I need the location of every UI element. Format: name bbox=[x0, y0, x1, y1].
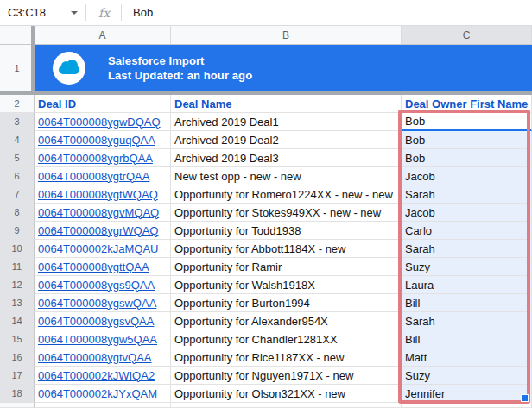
cell-deal-id[interactable]: 0064T000008ygwDQAQ bbox=[35, 113, 171, 131]
header-cell-deal-id[interactable]: Deal ID bbox=[35, 95, 171, 113]
cell-deal-id[interactable]: 0064T000008ygs9QAA bbox=[35, 276, 171, 294]
row-header-15[interactable]: 15 bbox=[0, 330, 35, 348]
cell-deal-id[interactable]: 0064T000008ygvMQAQ bbox=[35, 204, 171, 222]
cell-deal-id[interactable]: 0064T000008ygtrQAA bbox=[35, 167, 171, 185]
row-header-7[interactable]: 7 bbox=[0, 185, 35, 204]
column-header-b[interactable]: B bbox=[171, 26, 402, 45]
deal-id-link[interactable]: 0064T000008ygrbQAA bbox=[38, 152, 153, 165]
cell-deal-owner[interactable]: Carlo bbox=[402, 222, 532, 240]
name-box[interactable]: C3:C18 bbox=[0, 0, 86, 25]
cell-deal-id[interactable]: 0064T000002kJYxQAM bbox=[35, 385, 171, 403]
cell-deal-owner[interactable]: Sarah bbox=[402, 240, 532, 258]
cell-deal-id[interactable]: 0064T000008yguqQAA bbox=[35, 131, 171, 149]
cell-deal-name[interactable]: Opportunity for Nguyen1971X - new bbox=[171, 367, 402, 385]
cell-deal-name[interactable]: Archived 2019 Deal3 bbox=[171, 149, 402, 167]
cell-deal-owner[interactable]: Jennifer bbox=[402, 385, 532, 403]
deal-id-link[interactable]: 0064T000008ygtrQAA bbox=[38, 170, 149, 183]
row-header-6[interactable]: 6 bbox=[0, 167, 35, 185]
row-header-1[interactable]: 1 bbox=[0, 45, 35, 91]
cell-deal-owner[interactable]: Bob bbox=[402, 149, 532, 167]
deal-id-link[interactable]: 0064T000002kJYxQAM bbox=[38, 387, 157, 400]
cell-deal-name[interactable]: Opportunity for Romero1224XX - new - new bbox=[171, 185, 402, 204]
header-cell-deal-owner[interactable]: Deal Owner First Name bbox=[402, 95, 532, 113]
deal-id-link[interactable]: 0064T000008ygw5QAA bbox=[38, 333, 157, 346]
cell-deal-owner[interactable]: Bob bbox=[402, 113, 532, 131]
row-1: 1 Salesforce Import Last Updated: an hou… bbox=[0, 45, 532, 91]
cell-deal-id[interactable]: 0064T000002kJaMQAU bbox=[35, 240, 171, 258]
deal-id-link[interactable]: 0064T000008ygtvQAA bbox=[38, 351, 152, 364]
header-cell-deal-name[interactable]: Deal Name bbox=[171, 95, 402, 113]
row-header-14[interactable]: 14 bbox=[0, 312, 35, 330]
cell-deal-owner[interactable]: Bob bbox=[402, 131, 532, 149]
cell-deal-name[interactable]: Archived 2019 Deal1 bbox=[171, 113, 402, 131]
deal-id-link[interactable]: 0064T000008ygwDQAQ bbox=[38, 116, 161, 129]
column-header-a[interactable]: A bbox=[35, 26, 171, 45]
deal-id-link[interactable]: 0064T000008yguqQAA bbox=[38, 134, 155, 147]
cell-deal-owner[interactable]: Bill bbox=[402, 330, 532, 348]
row-header-16[interactable]: 16 bbox=[0, 348, 35, 367]
row-header-12[interactable]: 12 bbox=[0, 276, 35, 294]
cell-deal-id[interactable]: 0064T000008ygrWQAQ bbox=[35, 222, 171, 240]
cell-deal-name[interactable]: Opportunity for Walsh1918X bbox=[171, 276, 402, 294]
fill-handle[interactable] bbox=[521, 394, 529, 402]
cell-deal-name[interactable]: Opportunity for Abbott1184X - new bbox=[171, 240, 402, 258]
deal-id-link[interactable]: 0064T000008ygrWQAQ bbox=[38, 224, 158, 237]
cell-deal-owner[interactable]: Bill bbox=[402, 294, 532, 312]
cell-deal-owner[interactable]: Suzy bbox=[402, 258, 532, 276]
cell-deal-id[interactable]: 0064T000008ygrbQAA bbox=[35, 149, 171, 167]
cell-deal-id[interactable]: 0064T000008ygw5QAA bbox=[35, 330, 171, 348]
cell-deal-id[interactable]: 0064T000002kJWIQA2 bbox=[35, 367, 171, 385]
table-row: 160064T000008ygtvQAAOpportunity for Rice… bbox=[0, 348, 532, 367]
cell-deal-name[interactable]: New test opp - new - new bbox=[171, 167, 402, 185]
row-header-10[interactable]: 10 bbox=[0, 240, 35, 258]
cell-deal-name[interactable]: Opportunity for Chandler1281XX bbox=[171, 330, 402, 348]
cell-deal-name[interactable]: Opportunity for Olson321XX - new bbox=[171, 385, 402, 403]
row-header-13[interactable]: 13 bbox=[0, 294, 35, 312]
row-header-3[interactable]: 3 bbox=[0, 113, 35, 131]
formula-input[interactable]: Bob bbox=[133, 6, 153, 19]
row-header-8[interactable]: 8 bbox=[0, 204, 35, 222]
deal-id-link[interactable]: 0064T000008ygsvQAA bbox=[38, 315, 154, 328]
cell-deal-name[interactable]: Opportunity for Ramir bbox=[171, 258, 402, 276]
formula-bar: C3:C18 fx Bob bbox=[0, 0, 532, 26]
cell-deal-name[interactable]: Opportunity for Burton1994 bbox=[171, 294, 402, 312]
cell-deal-owner[interactable]: Suzy bbox=[402, 367, 532, 385]
freeze-column-divider[interactable] bbox=[31, 26, 35, 91]
row-header-11[interactable]: 11 bbox=[0, 258, 35, 276]
salesforce-banner-cell[interactable]: Salesforce Import Last Updated: an hour … bbox=[35, 45, 532, 91]
deal-id-link[interactable]: 0064T000002kJWIQA2 bbox=[38, 369, 155, 382]
divider bbox=[121, 4, 122, 21]
deal-id-link[interactable]: 0064T000008ygswQAA bbox=[38, 297, 156, 310]
row-header-9[interactable]: 9 bbox=[0, 222, 35, 240]
deal-id-link[interactable]: 0064T000002kJaMQAU bbox=[38, 242, 158, 255]
cell-deal-owner[interactable]: Matt bbox=[402, 348, 532, 367]
cell-deal-name[interactable]: Opportunity for Todd1938 bbox=[171, 222, 402, 240]
deal-id-link[interactable]: 0064T000008ygvMQAQ bbox=[38, 206, 159, 219]
cell-deal-id[interactable]: 0064T000008ygsvQAA bbox=[35, 312, 171, 330]
deal-id-link[interactable]: 0064T000008ygttQAA bbox=[38, 260, 149, 273]
cell-deal-owner[interactable]: Sarah bbox=[402, 312, 532, 330]
row-header-4[interactable]: 4 bbox=[0, 131, 35, 149]
select-all-corner[interactable] bbox=[0, 26, 35, 45]
row-header-19[interactable] bbox=[0, 403, 35, 408]
column-header-c[interactable]: C bbox=[402, 26, 532, 45]
row-header-2[interactable]: 2 bbox=[0, 95, 35, 113]
cell-deal-name[interactable]: Archived 2019 Deal2 bbox=[171, 131, 402, 149]
cell-deal-id[interactable]: 0064T000008ygttQAA bbox=[35, 258, 171, 276]
cell-deal-id[interactable]: 0064T000008ygtWQAQ bbox=[35, 185, 171, 204]
cell-deal-id[interactable]: 0064T000008ygswQAA bbox=[35, 294, 171, 312]
cell-deal-name[interactable]: Opportunity for Rice1187XX - new bbox=[171, 348, 402, 367]
cell-deal-name[interactable]: Opportunity for Stokes949XX - new - new bbox=[171, 204, 402, 222]
row-header-5[interactable]: 5 bbox=[0, 149, 35, 167]
deal-id-link[interactable]: 0064T000008ygs9QAA bbox=[38, 279, 155, 292]
cell-deal-owner[interactable]: Jacob bbox=[402, 204, 532, 222]
cell-deal-name[interactable]: Opportunity for Alexander954X bbox=[171, 312, 402, 330]
row-header-18[interactable]: 18 bbox=[0, 385, 35, 403]
cell-deal-id[interactable]: 0064T000008ygtvQAA bbox=[35, 348, 171, 367]
cell-deal-owner[interactable]: Sarah bbox=[402, 185, 532, 204]
deal-id-link[interactable]: 0064T000008ygtWQAQ bbox=[38, 188, 158, 201]
cell-deal-owner[interactable]: Jacob bbox=[402, 167, 532, 185]
fx-icon: fx bbox=[98, 6, 110, 20]
cell-deal-owner[interactable]: Laura bbox=[402, 276, 532, 294]
row-header-17[interactable]: 17 bbox=[0, 367, 35, 385]
